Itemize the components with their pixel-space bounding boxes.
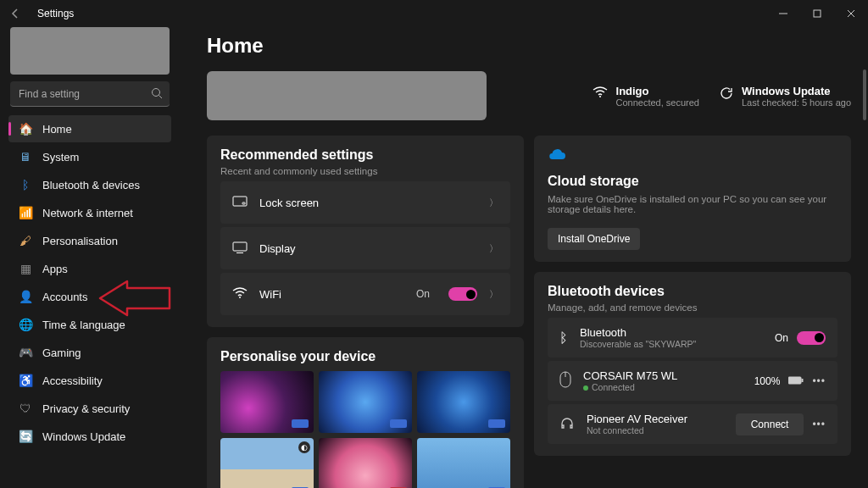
bluetooth-toggle-row[interactable]: ᛒ Bluetooth Discoverable as "SKYWARP" On [548,318,837,358]
bt-device-row[interactable]: CORSAIR M75 WL Connected 100% ••• [548,361,837,401]
svg-line-3 [159,96,163,99]
battery-icon [788,375,804,387]
profile-card[interactable] [10,27,170,75]
sidebar-item-home[interactable]: 🏠Home [8,115,171,142]
nav-label: Accessibility [42,374,103,387]
more-button[interactable]: ••• [812,375,826,387]
svg-rect-7 [233,242,247,251]
sidebar-item-personalisation[interactable]: 🖌Personalisation [8,227,171,254]
setting-row-lock[interactable]: Lock screen〉 [220,181,510,224]
system-icon: 🖥 [19,150,32,164]
page-title: Home [207,34,851,58]
nav-label: Network & internet [42,207,133,219]
lock-icon [232,196,248,210]
maximize-button[interactable] [800,0,834,27]
svg-rect-13 [802,379,804,382]
search-icon [151,87,163,102]
close-button[interactable] [834,0,868,27]
nav-label: Time & language [42,319,125,331]
sidebar-item-apps[interactable]: ▦Apps [8,255,171,282]
update-status[interactable]: Windows Update Last checked: 5 hours ago [720,85,851,108]
sidebar-item-accounts[interactable]: 👤Accounts [8,283,171,310]
device-preview [207,71,487,120]
recommended-card: Recommended settings Recent and commonly… [207,136,524,327]
sidebar-item-privacy[interactable]: 🛡Privacy & security [8,395,171,422]
nav-label: Gaming [42,347,81,359]
minimize-button[interactable] [766,0,800,27]
install-onedrive-button[interactable]: Install OneDrive [548,228,640,250]
personalisation-icon: 🖌 [19,234,32,247]
svg-point-4 [599,96,601,97]
sidebar-item-accessibility[interactable]: ♿Accessibility [8,367,171,394]
bt-device-row[interactable]: Pioneer AV Receiver Not connected Connec… [548,404,837,444]
nav-label: Personalisation [42,235,118,247]
setting-row-display[interactable]: Display〉 [220,227,510,269]
nav-label: Windows Update [42,430,125,443]
nav-label: System [42,151,79,164]
svg-rect-12 [788,377,801,384]
update-icon: 🔄 [19,430,32,443]
nav-label: Bluetooth & devices [42,179,140,191]
sidebar: 🏠Home🖥SystemᛒBluetooth & devices📶Network… [0,27,180,488]
theme-option[interactable] [417,438,510,488]
sidebar-item-system[interactable]: 🖥System [8,143,171,170]
theme-option[interactable] [319,371,412,433]
nav-label: Privacy & security [42,402,130,415]
chevron-right-icon: 〉 [489,197,498,209]
titlebar: Settings [0,0,868,27]
wifi-icon [232,287,248,302]
window-title: Settings [37,8,74,19]
scrollbar[interactable] [863,69,866,120]
accessibility-icon: ♿ [19,374,32,387]
content-area: Home Indigo Connected, secured Windows U… [180,27,868,488]
nav-label: Home [42,123,72,136]
wifi-icon [593,86,608,101]
privacy-icon: 🛡 [19,402,32,415]
chevron-right-icon: 〉 [489,242,498,255]
bluetooth-toggle[interactable] [797,331,826,345]
gaming-icon: 🎮 [19,346,32,359]
personalise-card: Personalise your device ◐ [207,337,524,488]
time-icon: 🌐 [19,318,32,331]
svg-rect-6 [242,202,245,204]
apps-icon: ▦ [19,262,32,275]
sidebar-item-time[interactable]: 🌐Time & language [8,311,171,338]
back-button[interactable] [7,5,24,22]
theme-option[interactable] [319,438,412,488]
svg-point-2 [153,89,160,97]
home-icon: 🏠 [19,122,32,136]
sidebar-item-bluetooth[interactable]: ᛒBluetooth & devices [8,171,171,198]
cloud-icon [548,147,837,165]
nav-label: Accounts [42,291,87,303]
network-icon: 📶 [19,206,32,219]
sidebar-item-update[interactable]: 🔄Windows Update [8,423,171,450]
wifi-toggle[interactable] [448,287,477,301]
update-icon [720,86,733,103]
bluetooth-icon: ᛒ [559,330,568,346]
svg-rect-1 [814,10,821,17]
sidebar-item-gaming[interactable]: 🎮Gaming [8,339,171,366]
display-icon [232,241,248,256]
chevron-right-icon: 〉 [489,288,498,301]
search-input[interactable] [10,81,170,107]
wifi-status[interactable]: Indigo Connected, secured [593,85,699,108]
headphones-icon [559,415,575,433]
mouse-icon [559,371,571,391]
theme-option[interactable] [220,371,314,433]
theme-option[interactable]: ◐ [220,438,314,488]
more-button[interactable]: ••• [812,419,826,430]
nav-label: Apps [42,263,68,275]
bluetooth-card: Bluetooth devices Manage, add, and remov… [534,272,851,456]
connect-button[interactable]: Connect [736,413,804,435]
accounts-icon: 👤 [19,290,32,303]
sidebar-item-network[interactable]: 📶Network & internet [8,199,171,226]
svg-point-9 [239,297,241,298]
setting-row-wifi[interactable]: WiFiOn〉 [220,273,510,315]
theme-option[interactable] [417,371,510,433]
cloud-card: Cloud storage Make sure OneDrive is inst… [534,136,851,262]
bluetooth-icon: ᛒ [19,178,32,191]
